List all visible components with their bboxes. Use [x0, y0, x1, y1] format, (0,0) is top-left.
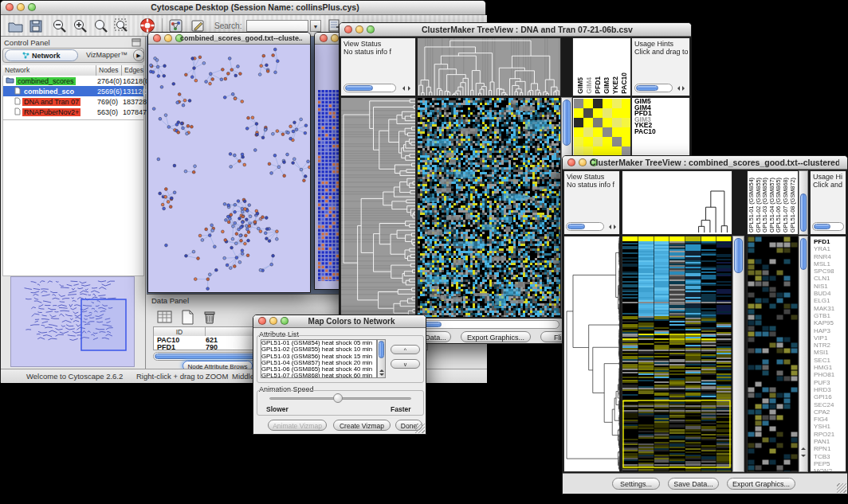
minimize-icon[interactable]: [269, 317, 277, 325]
animate-vizmap-button[interactable]: Animate Vizmap: [268, 420, 327, 431]
array-label[interactable]: PFD1: [594, 76, 602, 94]
gene-label[interactable]: RPN1: [814, 445, 846, 452]
tv2-zoom-heatmap[interactable]: [747, 236, 799, 472]
gene-label[interactable]: MON2: [814, 467, 846, 472]
scroll-left-arrow[interactable]: [607, 225, 611, 229]
scroll-down-arrow[interactable]: [379, 373, 384, 378]
col-network[interactable]: Network: [2, 65, 96, 76]
array-label[interactable]: GIM3: [603, 77, 610, 94]
network-list-item[interactable]: DNA and Tran 07769(0)183728(0): [3, 96, 143, 107]
network-overview-thumbnail[interactable]: [10, 276, 135, 367]
gene-label[interactable]: YRA1: [814, 245, 846, 252]
treeview2-titlebar[interactable]: ClusterMaker TreeView : combined_scores_…: [563, 156, 847, 170]
tv2-export-graphics-button[interactable]: Export Graphics...: [727, 478, 795, 490]
gene-label[interactable]: PFD1: [814, 238, 846, 245]
gene-label[interactable]: MAK31: [814, 305, 846, 312]
gene-label[interactable]: PAN1: [814, 438, 846, 445]
gene-label[interactable]: GPI16: [814, 393, 846, 400]
col-nodes[interactable]: Nodes: [96, 65, 122, 76]
tv2-usage-scrollbar[interactable]: [812, 222, 844, 231]
gene-label[interactable]: PEP5: [814, 460, 846, 467]
resize-grip[interactable]: [837, 483, 846, 493]
gene-label[interactable]: NTR2: [814, 342, 846, 349]
tv1-heatmap[interactable]: [417, 97, 561, 318]
scroll-right-arrow[interactable]: [614, 225, 618, 229]
scroll-down-arrow[interactable]: [801, 455, 806, 459]
gene-label[interactable]: CLN1: [814, 275, 846, 282]
minimize-icon[interactable]: [164, 34, 172, 42]
close-icon[interactable]: [320, 34, 328, 42]
zoom-fit-icon[interactable]: [93, 18, 109, 33]
zoom-out-icon[interactable]: [52, 18, 68, 33]
gene-label[interactable]: BUD4: [814, 290, 846, 297]
tab-overflow-button[interactable]: ▶: [133, 49, 144, 61]
tv2-heatmap-vscrollbar[interactable]: [732, 236, 744, 472]
zoom-in-icon[interactable]: [73, 18, 88, 33]
array-label[interactable]: GIM5: [576, 77, 584, 94]
gene-label[interactable]: FIG4: [814, 416, 846, 423]
network-list-item[interactable]: combined_sco2569(6)13112(15): [3, 86, 143, 96]
tv2-settings-button[interactable]: Settings...: [612, 478, 660, 490]
minimize-icon[interactable]: [17, 3, 25, 11]
tv2-gene-dendrogram[interactable]: [563, 236, 620, 472]
close-icon[interactable]: [153, 34, 161, 42]
scroll-left-arrow[interactable]: [675, 86, 680, 91]
save-session-icon[interactable]: [28, 18, 44, 33]
tv1-usage-scrollbar[interactable]: [634, 84, 673, 92]
network1-view[interactable]: [148, 45, 310, 292]
col-edges[interactable]: Edges: [122, 65, 144, 76]
tv2-zoom-vscrollbar[interactable]: [799, 236, 808, 472]
tv2-labels-vscrollbar[interactable]: [799, 170, 808, 235]
move-down-button[interactable]: v: [391, 359, 420, 369]
tv1-export-graphics-button[interactable]: Export Graphics...: [461, 331, 531, 342]
gene-label[interactable]: GTB1: [814, 312, 846, 319]
scroll-right-arrow[interactable]: [682, 86, 687, 91]
network-list-item[interactable]: combined_scores2764(0)16218(0): [3, 76, 143, 86]
create-vizmap-button[interactable]: Create Vizmap: [333, 420, 391, 431]
gene-label[interactable]: KAP95: [814, 319, 846, 326]
gene-label[interactable]: PUF3: [814, 379, 846, 386]
tv2-save-data-button[interactable]: Save Data...: [668, 478, 719, 490]
tv2-status-scrollbar[interactable]: [566, 222, 604, 231]
close-icon[interactable]: [258, 317, 266, 325]
tv2-array-dendrogram[interactable]: [622, 170, 732, 235]
gene-label[interactable]: MSI1: [814, 349, 846, 356]
open-session-icon[interactable]: [7, 18, 23, 33]
zoom-selected-icon[interactable]: [114, 18, 130, 33]
tab-network[interactable]: Network: [5, 49, 78, 61]
resize-grip[interactable]: [415, 424, 425, 433]
gene-label[interactable]: SEC1: [814, 357, 846, 364]
dialog-titlebar[interactable]: Map Colors to Network: [253, 315, 426, 328]
treeview1-titlebar[interactable]: ClusterMaker TreeView : DNA and Tran 07-…: [340, 23, 691, 37]
gene-label[interactable]: MSL1: [814, 260, 846, 268]
gene-label[interactable]: HRD3: [814, 386, 846, 393]
float-panel-icon[interactable]: [132, 38, 141, 47]
network-list-item[interactable]: RNAPuberNov2+563(0)107847(0): [3, 107, 143, 117]
scroll-up-arrow[interactable]: [379, 367, 384, 372]
gene-label[interactable]: HAP3: [814, 327, 846, 334]
array-label[interactable]: GPL51-08 (GSM872): [790, 178, 797, 232]
tv1-status-scrollbar[interactable]: [344, 84, 396, 92]
gene-label[interactable]: SPC98: [814, 268, 846, 275]
tv1-zoom-heatmap[interactable]: [572, 97, 631, 156]
gene-label[interactable]: VIP1: [814, 334, 846, 342]
search-input[interactable]: [246, 20, 308, 32]
tv2-heatmap[interactable]: [622, 236, 732, 472]
gene-label[interactable]: SEC24: [814, 401, 846, 408]
close-icon[interactable]: [6, 3, 14, 11]
attr-col-id[interactable]: ID: [154, 327, 206, 336]
move-up-button[interactable]: ^: [391, 345, 420, 354]
speed-slider-thumb[interactable]: [333, 393, 343, 403]
array-label[interactable]: PAC10: [620, 72, 628, 94]
gene-label[interactable]: TCB3: [814, 453, 846, 460]
gene-label[interactable]: RPO21: [814, 431, 846, 438]
close-icon[interactable]: [567, 158, 575, 166]
new-attribute-icon[interactable]: [179, 309, 196, 326]
close-icon[interactable]: [344, 25, 352, 33]
gene-label[interactable]: RNR4: [814, 253, 846, 260]
search-dropdown-button[interactable]: ▼: [310, 20, 321, 32]
scroll-right-arrow[interactable]: [408, 86, 413, 91]
gene-label[interactable]: ELG1: [814, 297, 846, 304]
scroll-left-arrow[interactable]: [400, 86, 405, 91]
minimize-icon[interactable]: [331, 34, 339, 42]
